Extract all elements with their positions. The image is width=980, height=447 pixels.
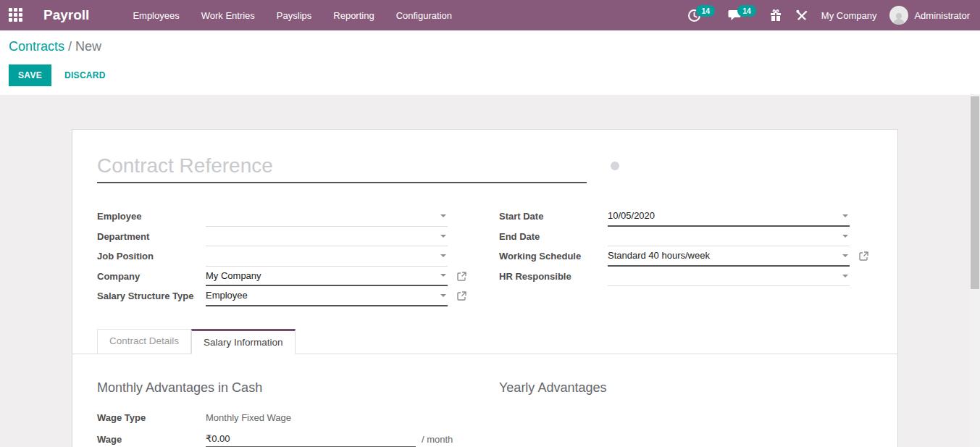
wage-input[interactable]: ₹0.00: [206, 431, 416, 447]
tools-button[interactable]: [795, 9, 808, 22]
dropdown-caret-icon[interactable]: [842, 275, 848, 277]
breadcrumb-contracts[interactable]: Contracts: [9, 39, 64, 54]
monthly-advantages-heading: Monthly Advantages in Cash: [97, 380, 466, 396]
menu-employees[interactable]: Employees: [133, 1, 179, 30]
top-navbar: Payroll Employees Work Entries Payslips …: [0, 0, 980, 30]
menu-payslips[interactable]: Payslips: [277, 1, 311, 30]
dropdown-caret-icon[interactable]: [842, 235, 848, 238]
main-menu: Employees Work Entries Payslips Reportin…: [133, 1, 452, 30]
message-count-badge: 14: [737, 5, 756, 17]
contract-reference-input[interactable]: [97, 151, 587, 183]
notebook-tabs: Contract Details Salary Information: [72, 329, 897, 354]
department-input[interactable]: [206, 227, 448, 247]
field-wage-type: Wage Type Monthly Fixed Wage: [97, 409, 466, 427]
dropdown-caret-icon[interactable]: [440, 294, 446, 297]
scrollbar-thumb[interactable]: [971, 96, 979, 289]
activity-count-badge: 14: [696, 5, 715, 17]
tools-icon: [795, 9, 808, 22]
hr-responsible-input[interactable]: [608, 267, 850, 287]
breadcrumb-separator: /: [68, 39, 72, 54]
field-wage: Wage ₹0.00 / month: [97, 430, 466, 447]
breadcrumb: Contracts / New: [9, 39, 968, 54]
form-view-background: Employee Department Job Po: [0, 95, 980, 447]
gift-button[interactable]: [769, 9, 782, 22]
apps-menu-icon[interactable]: [9, 8, 23, 22]
app-title[interactable]: Payroll: [43, 7, 89, 23]
activities-button[interactable]: 14: [687, 9, 715, 22]
messages-button[interactable]: 14: [728, 9, 756, 22]
external-link-icon[interactable]: [457, 272, 466, 281]
field-salary-structure-type: Salary Structure Type Employee: [97, 286, 466, 306]
tab-contract-details[interactable]: Contract Details: [97, 329, 191, 354]
dropdown-caret-icon[interactable]: [440, 254, 446, 257]
menu-configuration[interactable]: Configuration: [396, 1, 452, 30]
user-avatar: [889, 6, 908, 25]
wage-type-value: Monthly Fixed Wage: [206, 412, 291, 423]
field-end-date: End Date: [499, 227, 868, 247]
employee-input[interactable]: [206, 206, 448, 227]
monthly-advantages-section: Monthly Advantages in Cash Wage Type Mon…: [97, 380, 466, 447]
dropdown-caret-icon[interactable]: [440, 235, 446, 238]
menu-reporting[interactable]: Reporting: [333, 1, 374, 30]
control-panel: Contracts / New SAVE DISCARD: [0, 30, 980, 97]
discard-button[interactable]: DISCARD: [62, 64, 109, 86]
yearly-advantages-heading: Yearly Advantages: [499, 380, 868, 396]
field-department: Department: [97, 227, 466, 247]
yearly-advantages-section: Yearly Advantages: [499, 380, 868, 447]
wage-suffix: / month: [422, 434, 453, 445]
form-sheet: Employee Department Job Po: [72, 129, 898, 447]
field-company: Company My Company: [97, 267, 466, 287]
dropdown-caret-icon[interactable]: [440, 274, 446, 277]
user-name: Administrator: [914, 10, 970, 21]
field-job-position: Job Position: [97, 246, 466, 267]
working-schedule-input[interactable]: Standard 40 hours/week: [608, 246, 850, 267]
user-menu[interactable]: Administrator: [889, 6, 970, 25]
dropdown-caret-icon[interactable]: [842, 254, 848, 257]
left-field-column: Employee Department Job Po: [97, 206, 466, 306]
breadcrumb-new: New: [75, 39, 101, 54]
external-link-icon[interactable]: [859, 251, 868, 261]
job-position-input[interactable]: [206, 246, 448, 267]
external-link-icon[interactable]: [457, 291, 466, 301]
field-employee: Employee: [97, 206, 466, 227]
end-date-input[interactable]: [608, 227, 850, 247]
field-hr-responsible: HR Responsible: [499, 267, 868, 287]
right-field-column: Start Date 10/05/2020 End Date: [499, 206, 868, 286]
save-button[interactable]: SAVE: [9, 64, 51, 86]
start-date-input[interactable]: 10/05/2020: [608, 206, 850, 227]
salary-information-panel: Monthly Advantages in Cash Wage Type Mon…: [97, 354, 868, 447]
company-switcher[interactable]: My Company: [821, 10, 877, 21]
tab-salary-information[interactable]: Salary Information: [191, 329, 296, 354]
field-start-date: Start Date 10/05/2020: [499, 206, 868, 227]
salary-structure-type-input[interactable]: Employee: [206, 286, 448, 306]
dropdown-caret-icon[interactable]: [842, 214, 848, 217]
vertical-scrollbar[interactable]: [970, 94, 980, 447]
menu-work-entries[interactable]: Work Entries: [201, 1, 255, 30]
field-working-schedule: Working Schedule Standard 40 hours/week: [499, 246, 868, 267]
dropdown-caret-icon[interactable]: [440, 214, 446, 217]
gift-icon: [769, 9, 782, 22]
company-input[interactable]: My Company: [206, 267, 448, 287]
status-dot: [611, 162, 619, 170]
